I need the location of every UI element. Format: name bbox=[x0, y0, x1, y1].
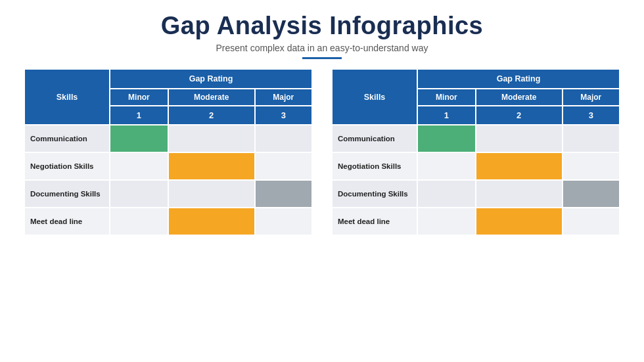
table-left: SkillsGap RatingMinorModerateMajor123Com… bbox=[24, 68, 313, 236]
title-divider bbox=[302, 57, 342, 59]
cell-r1-c1 bbox=[476, 152, 563, 180]
cell-r1-c2 bbox=[255, 152, 312, 180]
skill-name: Negotiation Skills bbox=[332, 152, 417, 180]
table-1: SkillsGap RatingMinorModerateMajor123Com… bbox=[331, 68, 620, 236]
gap-rating-header: Gap Rating bbox=[417, 69, 620, 89]
col-label-0: Minor bbox=[110, 89, 168, 106]
table-0: SkillsGap RatingMinorModerateMajor123Com… bbox=[24, 68, 313, 236]
table-row: Negotiation Skills bbox=[332, 152, 620, 180]
cell-r3-c1 bbox=[476, 208, 563, 235]
skills-header: Skills bbox=[332, 69, 417, 125]
skill-name: Documenting Skills bbox=[332, 180, 417, 208]
table-row: Documenting Skills bbox=[332, 180, 620, 208]
table-row: Meet dead line bbox=[24, 208, 312, 235]
table-row: Negotiation Skills bbox=[24, 152, 312, 180]
cell-r1-c0 bbox=[417, 152, 476, 180]
cell-r0-c0 bbox=[417, 125, 476, 152]
skill-name: Documenting Skills bbox=[24, 180, 110, 208]
cell-r1-c0 bbox=[110, 152, 168, 180]
page: Gap Analysis Infographics Present comple… bbox=[0, 0, 644, 362]
table-right: SkillsGap RatingMinorModerateMajor123Com… bbox=[331, 68, 620, 236]
cell-r2-c0 bbox=[110, 180, 168, 208]
page-subtitle: Present complex data in an easy-to-under… bbox=[216, 43, 428, 53]
col-label-0: Minor bbox=[417, 89, 476, 106]
cell-r0-c1 bbox=[168, 125, 255, 152]
col-label-2: Major bbox=[255, 89, 312, 106]
cell-r2-c0 bbox=[417, 180, 476, 208]
col-num-2: 3 bbox=[563, 106, 620, 125]
col-num-1: 2 bbox=[476, 106, 563, 125]
skill-name: Communication bbox=[332, 125, 417, 152]
col-num-0: 1 bbox=[417, 106, 476, 125]
skills-header: Skills bbox=[24, 69, 110, 125]
skill-name: Meet dead line bbox=[24, 208, 110, 235]
col-num-0: 1 bbox=[110, 106, 168, 125]
cell-r3-c2 bbox=[563, 208, 620, 235]
cell-r1-c2 bbox=[563, 152, 620, 180]
table-row: Documenting Skills bbox=[24, 180, 312, 208]
col-label-2: Major bbox=[563, 89, 620, 106]
skill-name: Meet dead line bbox=[332, 208, 417, 235]
col-label-1: Moderate bbox=[476, 89, 563, 106]
cell-r2-c2 bbox=[255, 180, 312, 208]
tables-container: SkillsGap RatingMinorModerateMajor123Com… bbox=[20, 68, 624, 236]
skill-name: Negotiation Skills bbox=[24, 152, 110, 180]
cell-r0-c2 bbox=[255, 125, 312, 152]
cell-r3-c0 bbox=[417, 208, 476, 235]
cell-r3-c0 bbox=[110, 208, 168, 235]
cell-r2-c1 bbox=[476, 180, 563, 208]
cell-r0-c1 bbox=[476, 125, 563, 152]
cell-r3-c1 bbox=[168, 208, 255, 235]
col-num-1: 2 bbox=[168, 106, 255, 125]
table-row: Communication bbox=[24, 125, 312, 152]
page-title: Gap Analysis Infographics bbox=[161, 12, 483, 40]
col-num-2: 3 bbox=[255, 106, 312, 125]
cell-r2-c1 bbox=[168, 180, 255, 208]
table-row: Communication bbox=[332, 125, 620, 152]
col-label-1: Moderate bbox=[168, 89, 255, 106]
cell-r0-c0 bbox=[110, 125, 168, 152]
cell-r2-c2 bbox=[563, 180, 620, 208]
cell-r1-c1 bbox=[168, 152, 255, 180]
table-row: Meet dead line bbox=[332, 208, 620, 235]
cell-r0-c2 bbox=[563, 125, 620, 152]
gap-rating-header: Gap Rating bbox=[110, 69, 312, 89]
cell-r3-c2 bbox=[255, 208, 312, 235]
skill-name: Communication bbox=[24, 125, 110, 152]
